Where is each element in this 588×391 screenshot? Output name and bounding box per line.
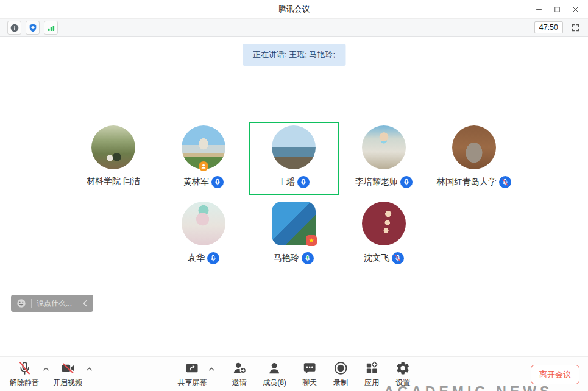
chevron-left-icon [82, 300, 88, 307]
share-screen-button[interactable]: 共享屏幕 [177, 361, 207, 388]
info-icon [10, 23, 19, 33]
participant-tile-huanglinjun[interactable]: 黄林军 [158, 122, 249, 195]
maximize-button[interactable] [548, 1, 566, 18]
meeting-info-bar: 47:50 [0, 18, 588, 37]
gear-icon [395, 361, 411, 376]
close-icon [571, 5, 580, 14]
participant-tile-mayanling[interactable]: ★ 马艳玲 [249, 198, 339, 271]
participant-name: 李培耀老师 [355, 177, 398, 188]
avatar: ★ [272, 202, 316, 245]
apps-grid-icon [364, 361, 380, 376]
video-options-caret[interactable] [86, 367, 93, 372]
china-flag-badge-icon: ★ [306, 235, 317, 246]
window-controls [530, 0, 584, 18]
chat-bubble-icon [302, 361, 317, 376]
host-badge-icon [199, 161, 208, 171]
security-button[interactable] [26, 21, 40, 35]
share-options-caret[interactable] [208, 367, 214, 372]
unmute-button[interactable]: 解除静音 [10, 361, 39, 388]
mic-muted-icon [392, 252, 404, 264]
apps-button[interactable]: 应用 [364, 361, 380, 388]
participant-row-2: 袁华 ★ 马艳玲 [68, 198, 519, 271]
emoji-button[interactable] [16, 298, 26, 308]
meeting-timer: 47:50 [534, 21, 563, 33]
participant-name: 沈文飞 [364, 253, 389, 264]
avatar [362, 202, 406, 245]
collapse-chat-button[interactable] [82, 300, 88, 307]
participant-name: 王瑶 [278, 177, 295, 188]
invite-person-icon [232, 361, 247, 376]
minimize-icon [534, 5, 544, 14]
participant-tile-linguohong[interactable]: 林国红青岛大学 [429, 122, 519, 195]
members-icon [267, 361, 282, 376]
title-bar: 腾讯会议 [0, 0, 588, 18]
meeting-stage: 正在讲话: 王瑶; 马艳玲; 材料学院 闫洁 [0, 37, 588, 356]
network-status-button[interactable] [44, 21, 58, 35]
meeting-window: 腾讯会议 [0, 0, 588, 391]
close-button[interactable] [566, 1, 584, 18]
leave-meeting-button[interactable]: 离开会议 [531, 365, 579, 384]
window-title: 腾讯会议 [0, 0, 588, 18]
invite-button[interactable]: 邀请 [232, 361, 247, 388]
maximize-icon [553, 5, 562, 14]
participant-name: 林国红青岛大学 [437, 177, 497, 188]
mic-on-icon [211, 176, 224, 188]
record-icon [333, 361, 349, 376]
participant-name: 袁华 [188, 253, 205, 264]
avatar [182, 202, 225, 245]
members-button[interactable]: 成员(8) [263, 361, 286, 388]
participant-name: 马艳玲 [274, 253, 299, 264]
participant-name: 黄林军 [183, 177, 209, 188]
avatar [362, 125, 406, 169]
avatar [182, 125, 225, 169]
mic-on-icon [400, 176, 413, 188]
chat-input-placeholder[interactable]: 说点什么... [37, 298, 72, 309]
watermark-text: ACADEMIC NEWS [384, 384, 553, 391]
speaking-status-banner: 正在讲话: 王瑶; 马艳玲; [243, 44, 345, 66]
mic-off-icon [17, 361, 32, 376]
avatar [272, 125, 316, 169]
mic-on-icon [207, 252, 219, 264]
participant-tile-yuanhua[interactable]: 袁华 [158, 198, 249, 271]
share-screen-icon [185, 361, 200, 376]
record-button[interactable]: 录制 [333, 361, 349, 388]
meeting-info-button[interactable] [7, 21, 21, 35]
participant-tile-yanjie[interactable]: 材料学院 闫洁 [68, 122, 158, 195]
start-video-button[interactable]: 开启视频 [53, 361, 82, 388]
quick-chat-bar[interactable]: 说点什么... [11, 295, 93, 312]
participant-name: 材料学院 闫洁 [87, 176, 140, 187]
mic-speaking-icon [302, 252, 314, 264]
fullscreen-icon [571, 23, 580, 32]
avatar [452, 125, 496, 169]
mic-muted-icon [499, 176, 511, 188]
participant-tile-shenwenfei[interactable]: 沈文飞 [339, 198, 429, 271]
mic-on-icon [297, 176, 310, 188]
participant-row-1: 材料学院 闫洁 黄林军 [68, 122, 519, 195]
minimize-button[interactable] [530, 1, 548, 18]
chat-button[interactable]: 聊天 [302, 361, 317, 388]
security-shield-icon [28, 23, 38, 33]
smiley-icon [16, 298, 26, 308]
participant-grid: 材料学院 闫洁 黄林军 [68, 122, 519, 271]
avatar [91, 125, 135, 169]
participant-tile-wangyao-active-speaker[interactable]: 王瑶 [249, 122, 339, 195]
camera-off-icon [60, 361, 76, 376]
network-signal-icon [46, 23, 56, 33]
fullscreen-button[interactable] [569, 21, 582, 34]
participant-tile-lipeiyao[interactable]: 李培耀老师 [339, 122, 429, 195]
audio-options-caret[interactable] [43, 367, 49, 372]
